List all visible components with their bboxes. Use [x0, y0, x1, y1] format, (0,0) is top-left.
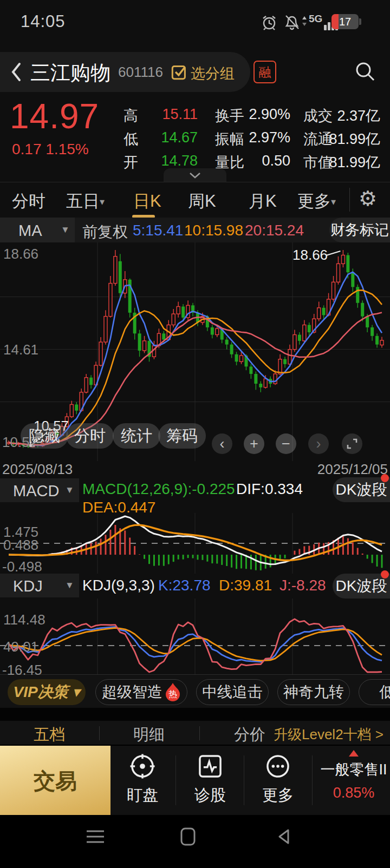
tab-price-split[interactable]: 分价 — [234, 724, 265, 746]
recents-icon[interactable] — [86, 829, 105, 845]
low-value: 14.67 — [149, 129, 198, 146]
ma20-value: 20:15.24 — [245, 222, 304, 239]
macd-y-label-bottom: -0.498 — [2, 558, 42, 575]
kdj-plot — [0, 599, 390, 674]
kdj-params: KDJ(9,3,3) — [82, 577, 155, 594]
gear-icon[interactable]: ⚙ — [359, 187, 377, 211]
nine-turns-button[interactable]: 神奇九转 — [277, 679, 350, 705]
back-nav-icon[interactable] — [275, 828, 292, 845]
margin-badge[interactable]: 融 — [253, 61, 276, 83]
tab-daily-k[interactable]: 日K — [133, 190, 161, 213]
diagnose-button[interactable]: 诊股 — [180, 752, 240, 806]
main-chart-canvas[interactable]: 18.66 14.61 10.57 18.6610.57 隐藏 分时 统计 筹码… — [0, 242, 390, 461]
finance-mark-button[interactable]: 财务标记 — [329, 218, 390, 242]
network-5g-icon — [301, 15, 308, 28]
dif-value: DIF:0.334 — [236, 481, 303, 498]
quote-panel: 14.97 0.17 1.15% 高 15.11 低 14.67 开 14.78… — [0, 96, 390, 169]
section-divider — [0, 708, 390, 721]
watch-button[interactable]: 盯盘 — [113, 752, 172, 806]
macd-y-label-mid: 0.488 — [3, 537, 38, 554]
fullscreen-button[interactable] — [342, 433, 362, 454]
turnover-value: 2.90% — [238, 106, 290, 123]
pan-right-button[interactable]: › — [308, 433, 329, 454]
x-axis-label-left: 2025/08/13 — [2, 461, 73, 478]
tab-minute[interactable]: 分时 — [12, 190, 46, 213]
dropdown-arrow-icon: ▼ — [65, 580, 74, 591]
super-strategy-button[interactable]: 超级智造 热 — [95, 679, 187, 705]
up-triangle-icon — [349, 750, 359, 757]
high-value: 15.11 — [149, 106, 198, 123]
tab-more[interactable]: 更多▾ — [297, 190, 336, 213]
low-label: 低 — [123, 129, 138, 149]
system-nav-bar — [0, 815, 390, 868]
last-price: 14.97 — [10, 96, 99, 136]
kdj-chart-canvas[interactable]: 114.48 49.01 -16.45 — [0, 599, 390, 674]
status-bar: 14:05 5G 17 — [0, 0, 390, 41]
y-axis-label-top: 18.66 — [3, 246, 38, 262]
kdj-selector[interactable]: KDJ▼ — [0, 574, 79, 597]
kdj-header: KDJ▼ KDJ(9,3,3) K:23.78 D:39.81 J:-8.28 … — [0, 574, 390, 599]
indicator-bar: MA▼ 前复权 5:15.41 10:15.98 20:15.24 财务标记 — [0, 218, 390, 242]
amplitude-value: 2.97% — [238, 129, 290, 146]
select-group-button[interactable]: 选分组 — [191, 64, 235, 83]
upgrade-level2-link[interactable]: 升级Level2十档 > — [274, 725, 384, 744]
hide-button[interactable]: 隐藏 — [21, 423, 68, 449]
open-label: 开 — [123, 153, 138, 172]
sector-name: 一般零售II — [320, 760, 388, 779]
divider — [349, 188, 350, 212]
hot-badge-text: 热 — [168, 689, 177, 699]
dk-band-button[interactable]: DK波段 — [333, 574, 390, 599]
divider — [312, 755, 313, 805]
tab-weekly-k[interactable]: 周K — [188, 190, 216, 213]
adjust-mode-button[interactable]: 前复权 — [82, 222, 128, 242]
collapse-quote-button[interactable] — [164, 168, 226, 182]
pan-left-button[interactable]: ‹ — [212, 433, 232, 454]
notification-dot — [381, 570, 389, 578]
zoom-out-button[interactable]: − — [276, 433, 296, 454]
tab-5day[interactable]: 五日▾ — [66, 190, 105, 213]
notifications-off-icon — [284, 14, 300, 30]
tab-five-levels[interactable]: 五档 — [34, 724, 65, 746]
search-icon[interactable] — [354, 61, 376, 82]
vip-decision-button[interactable]: VIP决策 ▾ — [8, 679, 86, 705]
open-value: 14.78 — [149, 153, 198, 169]
tab-monthly-k[interactable]: 月K — [249, 190, 277, 213]
macd-header: MACD▼ MACD(12,26,9):-0.225 DIF:0.334 DEA… — [0, 477, 390, 513]
more-button[interactable]: 更多 — [248, 752, 308, 806]
kdj-y-label-top: 114.48 — [3, 611, 46, 628]
ma10-value: 10:15.98 — [184, 222, 243, 239]
svg-text:18.66: 18.66 — [292, 247, 328, 263]
back-icon[interactable] — [9, 61, 24, 83]
dk-band-button[interactable]: DK波段 — [333, 477, 390, 502]
midline-strategy-button[interactable]: 中线追击 — [196, 679, 269, 705]
minute-overlay-button[interactable]: 分时 — [66, 423, 114, 449]
tab-detail[interactable]: 明细 — [133, 724, 165, 746]
strategy-strip: VIP决策 ▾ 超级智造 热 中线追击 神奇九转 低吸 — [0, 674, 390, 708]
ma5-value: 5:15.41 — [133, 222, 183, 239]
k-value: K:23.78 — [158, 577, 211, 594]
ma-selector[interactable]: MA▼ — [0, 218, 75, 242]
detail-tab-bar: 五档 明细 分价 升级Level2十档 > — [0, 721, 390, 745]
chips-button[interactable]: 筹码 — [158, 423, 206, 449]
clock-time: 14:05 — [21, 12, 66, 31]
float-value: 81.99亿 — [328, 129, 380, 149]
divider — [244, 755, 244, 805]
price-change: 0.17 1.15% — [12, 141, 89, 158]
more-icon — [264, 752, 292, 780]
alarm-icon — [261, 14, 277, 30]
macd-chart-canvas[interactable]: 1.475 0.488 -0.498 — [0, 513, 390, 574]
trade-button[interactable]: 交易 — [0, 746, 110, 816]
chevron-down-icon — [189, 172, 201, 179]
macd-selector[interactable]: MACD▼ — [0, 478, 79, 502]
macd-plot — [0, 513, 390, 574]
sector-quote[interactable]: 一般零售II 0.85% — [320, 750, 388, 801]
home-icon[interactable] — [180, 827, 196, 846]
kdj-y-label-mid: 49.01 — [3, 639, 38, 655]
zoom-in-button[interactable]: + — [244, 433, 264, 454]
dip-buy-button[interactable]: 低吸 — [359, 679, 390, 705]
stock-name: 三江购物 — [30, 60, 110, 87]
stats-button[interactable]: 统计 — [113, 423, 160, 449]
bottom-action-bar: 交易 盯盘 诊股 更多 一般零售II 0.85% — [0, 745, 390, 816]
amount-value: 2.37亿 — [328, 106, 380, 126]
volratio-value: 0.50 — [238, 153, 290, 169]
